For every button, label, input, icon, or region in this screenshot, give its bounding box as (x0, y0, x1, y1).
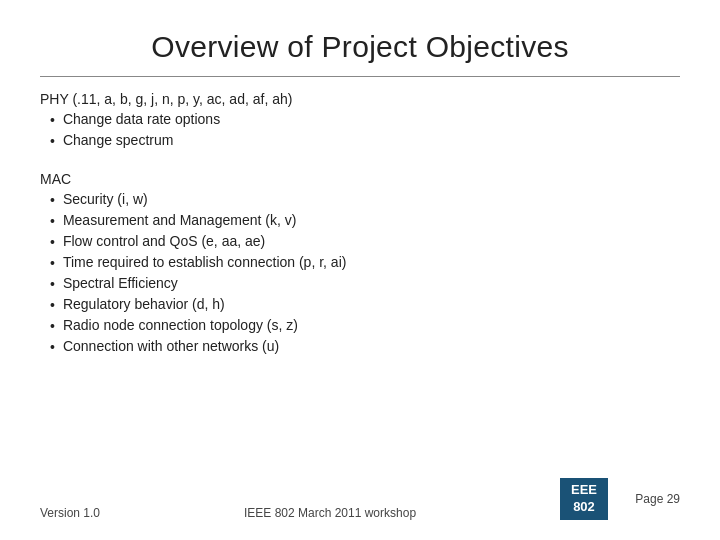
bullet-dot: • (50, 213, 55, 229)
mac-bullet-item: •Spectral Efficiency (50, 275, 680, 292)
badge-line1: EEE (571, 482, 597, 497)
footer-version: Version 1.0 (40, 506, 100, 520)
mac-bullet-item: •Radio node connection topology (s, z) (50, 317, 680, 334)
bullet-dot: • (50, 133, 55, 149)
bullet-dot: • (50, 192, 55, 208)
bullet-dot: • (50, 234, 55, 250)
bullet-text: Security (i, w) (63, 191, 148, 207)
mac-bullet-list: •Security (i, w)•Measurement and Managem… (40, 191, 680, 359)
bullet-text: Flow control and QoS (e, aa, ae) (63, 233, 265, 249)
mac-bullet-item: •Regulatory behavior (d, h) (50, 296, 680, 313)
title-divider (40, 76, 680, 77)
mac-section-label: MAC (40, 171, 680, 187)
slide-container: Overview of Project Objectives PHY (.11,… (0, 0, 720, 540)
phy-bullet-item: •Change spectrum (50, 132, 680, 149)
phy-bullet-list: •Change data rate options•Change spectru… (40, 111, 680, 153)
mac-bullet-item: •Time required to establish connection (… (50, 254, 680, 271)
bullet-text: Radio node connection topology (s, z) (63, 317, 298, 333)
mac-bullet-item: •Measurement and Management (k, v) (50, 212, 680, 229)
bullet-dot: • (50, 318, 55, 334)
bullet-text: Connection with other networks (u) (63, 338, 279, 354)
bullet-dot: • (50, 255, 55, 271)
bullet-text: Spectral Efficiency (63, 275, 178, 291)
mac-bullet-item: •Security (i, w) (50, 191, 680, 208)
bullet-text: Measurement and Management (k, v) (63, 212, 296, 228)
footer-page: Page 29 (620, 492, 680, 506)
bullet-dot: • (50, 339, 55, 355)
bullet-dot: • (50, 297, 55, 313)
bullet-text: Regulatory behavior (d, h) (63, 296, 225, 312)
footer: Version 1.0 IEEE 802 March 2011 workshop… (40, 470, 680, 520)
slide-title: Overview of Project Objectives (40, 30, 680, 64)
bullet-text: Time required to establish connection (p… (63, 254, 347, 270)
content-area: PHY (.11, a, b, g, j, n, p, y, ac, ad, a… (40, 91, 680, 470)
footer-center-text: IEEE 802 March 2011 workshop (100, 506, 560, 520)
phy-bullet-item: •Change data rate options (50, 111, 680, 128)
mac-bullet-item: •Flow control and QoS (e, aa, ae) (50, 233, 680, 250)
mac-bullet-item: •Connection with other networks (u) (50, 338, 680, 355)
bullet-text: Change data rate options (63, 111, 220, 127)
phy-section-label: PHY (.11, a, b, g, j, n, p, y, ac, ad, a… (40, 91, 680, 107)
bullet-dot: • (50, 112, 55, 128)
bullet-text: Change spectrum (63, 132, 174, 148)
bullet-dot: • (50, 276, 55, 292)
badge-line2: 802 (573, 499, 595, 514)
eee802-badge: EEE 802 (560, 478, 608, 520)
